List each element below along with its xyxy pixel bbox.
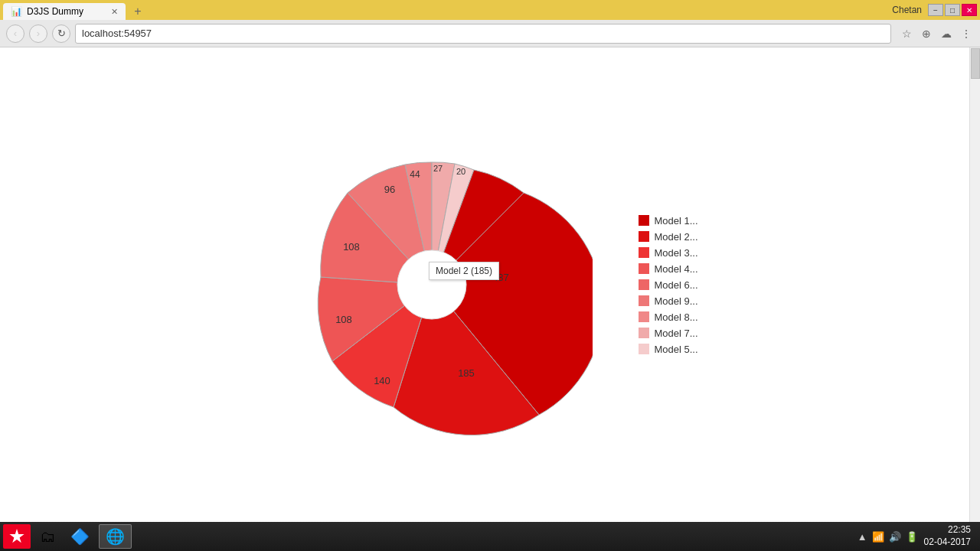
battery-icon[interactable]: 🔋: [906, 531, 918, 543]
speaker-icon[interactable]: 🔊: [889, 531, 901, 543]
legend-color-model5: [639, 344, 649, 354]
label-model4: 108: [336, 314, 353, 325]
legend-item-model2: Model 2...: [639, 231, 697, 243]
legend-label-model8: Model 8...: [654, 311, 697, 323]
legend-label-model4: Model 4...: [654, 263, 697, 275]
window-controls: Chetan − □ ✕: [892, 4, 977, 16]
scrollbar-thumb[interactable]: [971, 48, 980, 79]
legend-item-model5: Model 5...: [639, 344, 697, 355]
clock-date: 02-04-2017: [924, 536, 971, 549]
network-icon[interactable]: 📶: [872, 531, 884, 543]
close-button[interactable]: ✕: [962, 4, 977, 16]
menu-icon[interactable]: ⋮: [959, 26, 974, 41]
taskbar-item-visual-studio[interactable]: 🔷: [64, 524, 96, 549]
taskbar: 🗂 🔷 🌐 ▲ 📶 🔊 🔋 22:35 02-04-2017: [0, 522, 980, 551]
legend-color-model9: [639, 295, 649, 306]
refresh-button[interactable]: ↻: [52, 24, 70, 43]
chart-legend: Model 1... Model 2... Model 3... Model 4…: [639, 215, 697, 355]
windows-logo-icon: [9, 529, 24, 544]
browser-icons: ☆ ⊕ ☁ ⋮: [899, 26, 974, 41]
label-model3: 140: [374, 375, 391, 386]
legend-color-model6: [639, 279, 649, 290]
label-model9: 96: [384, 184, 395, 195]
address-bar[interactable]: localhost:54957: [75, 24, 891, 44]
minimize-button[interactable]: −: [928, 4, 943, 16]
system-clock[interactable]: 22:35 02-04-2017: [924, 524, 971, 548]
legend-label-model1: Model 1...: [654, 215, 697, 227]
label-model8: 44: [410, 169, 421, 180]
taskbar-item-file-explorer[interactable]: 🗂: [34, 524, 61, 549]
legend-label-model7: Model 7...: [654, 328, 697, 339]
bookmark-icon[interactable]: ☆: [899, 26, 914, 41]
new-tab-button[interactable]: +: [129, 3, 147, 20]
legend-label-model5: Model 5...: [654, 344, 697, 355]
restore-button[interactable]: □: [945, 4, 960, 16]
legend-item-model1: Model 1...: [639, 215, 697, 227]
tab-close-button[interactable]: ✕: [111, 7, 118, 17]
system-icons: ▲ 📶 🔊 🔋: [858, 531, 918, 543]
pie-chart: 487 185 140 108 108 96 44 27 20: [271, 116, 593, 453]
label-model5: 20: [456, 167, 466, 176]
chrome-icon: 🌐: [106, 527, 125, 546]
label-model6: 108: [344, 241, 361, 253]
legend-item-model4: Model 4...: [639, 263, 697, 275]
visual-studio-icon: 🔷: [70, 527, 90, 546]
back-button[interactable]: ‹: [6, 24, 24, 43]
taskbar-expand-icon[interactable]: ▲: [858, 531, 867, 543]
legend-item-model8: Model 8...: [639, 311, 697, 323]
forward-button[interactable]: ›: [29, 24, 47, 43]
browser-tab[interactable]: 📊 D3JS Dummy ✕: [3, 3, 126, 20]
label-model7: 27: [433, 164, 443, 173]
legend-color-model7: [639, 328, 649, 338]
scrollbar-right[interactable]: [969, 47, 980, 522]
user-name: Chetan: [892, 5, 922, 15]
legend-color-model1: [639, 215, 649, 226]
label-model1: 487: [493, 272, 510, 283]
clock-time: 22:35: [924, 524, 971, 536]
title-bar: 📊 D3JS Dummy ✕ + Chetan − □ ✕: [0, 0, 980, 20]
legend-item-model6: Model 6...: [639, 279, 697, 291]
tab-area: 📊 D3JS Dummy ✕ +: [3, 0, 147, 20]
legend-label-model3: Model 3...: [654, 247, 697, 259]
legend-label-model6: Model 6...: [654, 279, 697, 291]
label-model2: 185: [459, 367, 475, 379]
nav-bar: ‹ › ↻ localhost:54957 ☆ ⊕ ☁ ⋮: [0, 20, 980, 47]
legend-color-model8: [639, 311, 649, 322]
file-explorer-icon: 🗂: [40, 528, 55, 546]
taskbar-item-chrome[interactable]: 🌐: [99, 524, 132, 549]
legend-item-model3: Model 3...: [639, 247, 697, 259]
legend-label-model2: Model 2...: [654, 231, 697, 243]
legend-color-model3: [639, 247, 649, 258]
legend-label-model9: Model 9...: [654, 295, 697, 307]
legend-color-model2: [639, 231, 649, 242]
legend-item-model7: Model 7...: [639, 328, 697, 339]
taskbar-system-tray: ▲ 📶 🔊 🔋 22:35 02-04-2017: [858, 524, 977, 548]
legend-color-model4: [639, 263, 649, 274]
tab-title: D3JS Dummy: [27, 6, 83, 17]
chart-container: 487 185 140 108 108 96 44 27 20 Model 1.…: [271, 116, 697, 453]
url-text: localhost:54957: [82, 28, 152, 39]
chart-area: 487 185 140 108 108 96 44 27 20 Model 1.…: [0, 47, 969, 522]
extension-icon[interactable]: ⊕: [919, 26, 934, 41]
main-content: 487 185 140 108 108 96 44 27 20 Model 1.…: [0, 47, 980, 522]
sync-icon[interactable]: ☁: [939, 26, 954, 41]
start-button[interactable]: [3, 524, 31, 549]
donut-hole: [397, 250, 466, 319]
legend-item-model9: Model 9...: [639, 295, 697, 307]
tab-favicon: 📊: [11, 6, 22, 17]
